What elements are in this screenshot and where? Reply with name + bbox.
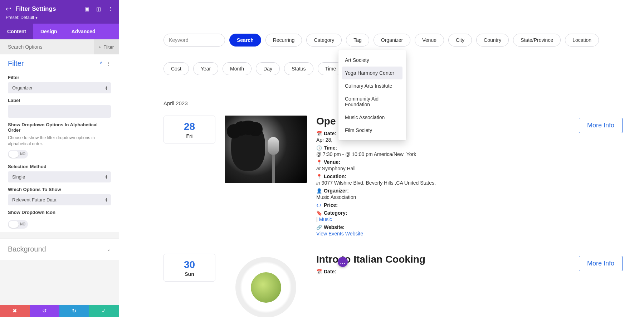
which-options-select[interactable]: Relevent Future Data ▴▾ (8, 194, 111, 205)
event-date-card[interactable]: 30 Sun (164, 254, 215, 282)
dropdown-option[interactable]: Art Society (338, 54, 406, 67)
event-date-number: 28 (164, 121, 215, 132)
selection-method-label: Selection Method (8, 164, 111, 169)
more-info-button[interactable]: More Info (579, 256, 623, 271)
filter-section-toggle[interactable]: Filter ^ ⋮ (8, 59, 111, 70)
organizer-dropdown: Art SocietyYoga Harmony CenterCulinary A… (338, 50, 406, 140)
panel-icon[interactable]: ◫ (96, 6, 101, 12)
background-section-toggle[interactable]: Background ⌄ (0, 238, 119, 260)
filter-chip-month[interactable]: Month (223, 62, 252, 75)
dropdown-icon-toggle[interactable]: NO (8, 220, 28, 229)
filter-section-title: Filter (8, 59, 24, 68)
website-link[interactable]: View Events Website (316, 231, 363, 236)
alpha-toggle-label: NO (20, 152, 25, 156)
event-row: 30 Sun Intro to Italian Cooking 📅Date: M… (164, 254, 623, 317)
sidebar-footer: ✖ ↺ ↻ ✓ (0, 305, 119, 317)
time-value: @ 7:30 pm - @ 10:00 pm America/New_York (316, 151, 579, 157)
venue-label: Venue: (324, 159, 340, 165)
event-date-number: 30 (164, 259, 215, 270)
link-icon: 🔗 (316, 225, 322, 230)
settings-tabs: Content Design Advanced (0, 24, 119, 39)
venue-value: at Symphony Hall (316, 166, 579, 171)
filter-chip-organizer[interactable]: Organizer (374, 34, 410, 47)
pin-icon: 📍 (316, 160, 322, 165)
tab-design[interactable]: Design (33, 24, 64, 39)
expand-icon[interactable]: ▣ (84, 6, 89, 12)
search-button[interactable]: Search (229, 34, 261, 47)
filter-chip-city[interactable]: City (448, 34, 472, 47)
dropdown-option[interactable]: Music Association (338, 111, 406, 124)
updown-icon: ▴▾ (106, 197, 107, 202)
event-image[interactable] (225, 116, 307, 183)
options-search-input[interactable] (8, 44, 94, 50)
settings-sidebar: ↩ Filter Settings ▣ ◫ ⋮ Preset: Default▼… (0, 0, 119, 317)
filter-chip-tag[interactable]: Tag (346, 34, 369, 47)
event-date-card[interactable]: 28 Fri (164, 116, 215, 143)
time-label: Time: (324, 145, 337, 151)
more-info-button[interactable]: More Info (579, 118, 623, 133)
filter-chip-country[interactable]: Country (476, 34, 509, 47)
dropdown-option[interactable]: Community Aid Foundation (338, 92, 406, 111)
add-filter-button[interactable]: + Filter (94, 39, 119, 54)
preset-label: Preset: Default (6, 15, 34, 20)
location-label: Location: (324, 174, 346, 179)
add-filter-label: Filter (103, 44, 114, 50)
dropdown-icon-toggle-label: NO (20, 222, 25, 226)
preset-selector[interactable]: Preset: Default▼ (6, 15, 113, 20)
filter-chip-recurring[interactable]: Recurring (265, 34, 302, 47)
updown-icon: ▴▾ (106, 175, 107, 179)
event-title[interactable]: Intro to Italian Cooking (316, 254, 579, 265)
category-label: Category: (324, 210, 347, 216)
save-button[interactable]: ✓ (89, 305, 119, 317)
event-image[interactable] (225, 254, 307, 317)
category-link[interactable]: Music (319, 216, 332, 222)
filter-chip-cost[interactable]: Cost (164, 62, 189, 75)
user-icon: 👤 (316, 188, 322, 194)
selection-method-value: Single (12, 174, 25, 180)
tab-content[interactable]: Content (0, 24, 33, 39)
label-input[interactable] (8, 105, 111, 118)
alpha-order-toggle[interactable]: NO (8, 150, 28, 158)
alpha-order-label: Show Dropdown Options In Alphabetical Or… (8, 122, 111, 133)
filter-field-label: Filter (8, 75, 111, 80)
filter-chip-day[interactable]: Day (256, 62, 280, 75)
tag-icon: 🏷 (316, 203, 322, 208)
dropdown-option[interactable]: Yoga Harmony Center (342, 67, 402, 79)
filter-chip-status[interactable]: Status (284, 62, 313, 75)
plus-icon: + (99, 44, 102, 50)
undo-button[interactable]: ↺ (30, 305, 59, 317)
filter-chip-year[interactable]: Year (193, 62, 218, 75)
filter-chip-venue[interactable]: Venue (415, 34, 444, 47)
filter-chip-category[interactable]: Category (306, 34, 342, 47)
website-label: Website: (324, 224, 345, 230)
location-value: in 9077 Wilshire Blvd, Beverly Hills ,CA… (316, 180, 579, 186)
selection-method-select[interactable]: Single ▴▾ (8, 171, 111, 182)
kebab-icon[interactable]: ⋮ (108, 6, 113, 12)
label-field-label: Label (8, 98, 111, 103)
sidebar-header: ↩ Filter Settings ▣ ◫ ⋮ Preset: Default▼ (0, 0, 119, 24)
event-date-day: Fri (164, 133, 215, 139)
filter-chip-state-province[interactable]: State/Province (513, 34, 561, 47)
back-icon[interactable]: ↩ (6, 5, 11, 13)
preview-pane: KeywordSearchRecurringCategoryTagOrganiz… (119, 0, 644, 317)
filter-chip-location[interactable]: Location (565, 34, 599, 47)
organizer-label: Organizer: (324, 188, 349, 194)
kebab-icon[interactable]: ⋮ (106, 61, 111, 67)
calendar-icon: 📅 (316, 269, 322, 274)
date-label: Date: (324, 269, 336, 274)
discard-button[interactable]: ✖ (0, 305, 30, 317)
more-actions-fab[interactable]: … (338, 257, 348, 267)
keyword-input[interactable]: Keyword (164, 34, 225, 47)
dropdown-option[interactable]: Culinary Arts Institute (338, 79, 406, 92)
redo-button[interactable]: ↻ (59, 305, 89, 317)
background-section-title: Background (8, 245, 46, 253)
filter-select[interactable]: Organizer ▴▾ (8, 82, 111, 93)
calendar-icon: 📅 (316, 131, 322, 136)
dropdown-option[interactable]: Film Society (338, 124, 406, 137)
filter-chips-row-1: KeywordSearchRecurringCategoryTagOrganiz… (164, 34, 623, 47)
options-search-row: + Filter (0, 39, 119, 54)
tab-advanced[interactable]: Advanced (64, 24, 103, 39)
pin-icon: 📍 (316, 174, 322, 179)
dropdown-icon-label: Show Dropdown Icon (8, 210, 111, 215)
filter-select-value: Organizer (12, 85, 33, 91)
